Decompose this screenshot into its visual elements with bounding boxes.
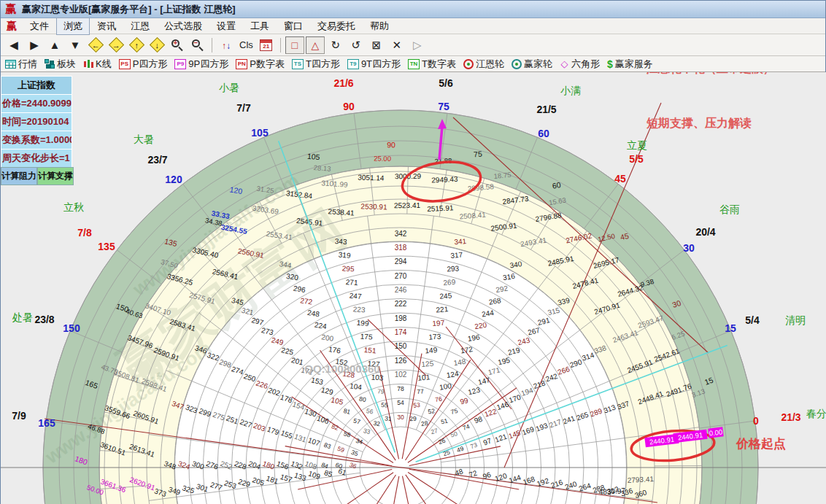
menu-item-窗口[interactable]: 窗口 (277, 18, 310, 35)
tool-label: K线 (96, 58, 112, 71)
svg-text:79: 79 (377, 387, 385, 395)
menu-item-设置[interactable]: 设置 (209, 18, 243, 35)
calc-resistance-button[interactable]: 计算阻力 (1, 167, 37, 185)
svg-text:55: 55 (381, 401, 388, 409)
zoom-out-icon[interactable]: − (188, 36, 207, 54)
svg-text:245: 245 (439, 292, 452, 301)
svg-text:175: 175 (360, 332, 373, 341)
svg-text:197: 197 (432, 319, 445, 327)
tool-label: 六角形 (571, 58, 600, 71)
svg-text:2515.91: 2515.91 (427, 203, 454, 213)
svg-text:341: 341 (454, 237, 467, 246)
svg-text:5/4: 5/4 (745, 314, 760, 326)
tool-p-square[interactable]: PSP四方形 (119, 58, 168, 71)
app-logo-icon: 赢 (5, 2, 16, 16)
tool-quotes[interactable]: 行情 (5, 58, 37, 71)
svg-text:173: 173 (428, 332, 441, 341)
menu-item-帮助[interactable]: 帮助 (363, 18, 396, 35)
calc-support-button[interactable]: 计算支撑 (37, 167, 74, 185)
triangle-tool-icon[interactable]: △ (306, 36, 325, 54)
svg-text:221: 221 (436, 305, 449, 314)
nav-right-icon[interactable]: ▶ (25, 36, 44, 54)
svg-text:53: 53 (413, 401, 420, 409)
square-tool-icon[interactable]: □ (285, 36, 304, 54)
tool-p-number-table[interactable]: PNP数字表 (236, 58, 285, 71)
svg-text:105: 105 (307, 152, 321, 161)
menu-item-工具[interactable]: 工具 (243, 18, 277, 35)
svg-text:3051.14: 3051.14 (358, 174, 385, 182)
svg-text:20/4: 20/4 (695, 226, 715, 238)
panel-buttons: 计算阻力计算支撑 (1, 167, 72, 185)
svg-text:318: 318 (395, 244, 407, 252)
menu-item-江恩[interactable]: 江恩 (123, 18, 157, 35)
svg-text:246: 246 (395, 286, 407, 294)
pan-left-icon[interactable]: ← (86, 36, 105, 54)
svg-text:90: 90 (387, 140, 395, 149)
pan-up-icon[interactable]: ↑ (127, 36, 146, 54)
box-x-icon[interactable]: ⊠ (367, 36, 386, 54)
nav-up-icon[interactable]: ▲ (45, 36, 64, 54)
p-square-badge-icon: PS (119, 59, 131, 69)
tool-sectors[interactable]: 板块 (45, 58, 76, 71)
svg-text:23/7: 23/7 (147, 154, 167, 166)
tool-hexagon[interactable]: ◇六角形 (560, 58, 600, 71)
svg-text:28: 28 (420, 419, 428, 427)
tool-kline[interactable]: K线 (83, 58, 112, 71)
menu-item-资讯[interactable]: 资讯 (90, 18, 123, 35)
svg-text:立秋: 立秋 (63, 201, 84, 213)
svg-text:31: 31 (385, 415, 392, 423)
rotate-cw-icon[interactable]: ↻ (326, 36, 345, 54)
svg-text:立夏: 立夏 (627, 139, 647, 151)
menu-item-浏览[interactable]: 浏览 (56, 18, 90, 35)
svg-text:23/8: 23/8 (34, 314, 54, 325)
pointer-tool-icon[interactable]: ▷ (408, 36, 427, 54)
tool-t-square[interactable]: TST四方形 (292, 58, 340, 71)
svg-text:大暑: 大暑 (134, 133, 154, 145)
tool-t-number-table[interactable]: TNT数字表 (408, 58, 456, 71)
svg-text:223: 223 (352, 305, 366, 314)
svg-text:135: 135 (98, 241, 115, 252)
tool-label: P数字表 (250, 58, 285, 71)
cross-arrows-icon[interactable]: ✕ (387, 36, 406, 54)
tool-gann-wheel[interactable]: 江恩轮 (463, 58, 504, 71)
nav-down-icon[interactable]: ▼ (66, 36, 85, 54)
menu-item-公式选股[interactable]: 公式选股 (157, 18, 209, 35)
pan-down-icon[interactable]: ↓ (147, 36, 166, 54)
pan-right-icon[interactable]: → (107, 36, 126, 54)
tool-9t-square[interactable]: T99T四方形 (347, 58, 401, 71)
menu-item-文件[interactable]: 文件 (23, 18, 56, 35)
tool-winner-wheel[interactable]: 赢家轮 (512, 58, 552, 71)
svg-text:56: 56 (366, 407, 374, 415)
svg-text:2523.41: 2523.41 (394, 201, 421, 209)
svg-text:春分: 春分 (806, 408, 826, 419)
menu-item-交易委托[interactable]: 交易委托 (310, 18, 363, 35)
tool-9p-square[interactable]: P99P四方形 (174, 58, 228, 71)
tool-label: 行情 (18, 58, 37, 71)
svg-text:247: 247 (349, 292, 362, 301)
tool-label: 板块 (57, 58, 76, 71)
rotate-ccw-icon[interactable]: ↺ (347, 36, 366, 54)
panel-row: 价格=2440.9099 (1, 94, 72, 112)
svg-text:295: 295 (341, 264, 355, 273)
svg-text:198: 198 (395, 314, 407, 322)
svg-text:4830.97: 4830.97 (598, 486, 625, 496)
svg-text:270: 270 (395, 272, 407, 280)
svg-text:271: 271 (345, 278, 358, 287)
table-icon (5, 60, 16, 69)
zoom-in-icon[interactable]: + (168, 36, 187, 54)
t-square-badge-icon: TS (292, 59, 304, 69)
svg-text:清明: 清明 (785, 314, 806, 326)
svg-text:54: 54 (397, 399, 404, 406)
nav-left-icon[interactable]: ◀ (4, 36, 23, 54)
tool-winner-service[interactable]: $赢家服务 (607, 58, 653, 71)
updown-marker-icon[interactable]: ↑↓ (217, 36, 236, 54)
svg-text:处暑: 处暑 (12, 311, 33, 323)
toolbar-separator (280, 38, 281, 53)
svg-text:151: 151 (363, 346, 377, 354)
svg-text:120: 120 (165, 174, 182, 185)
tool-label: T四方形 (306, 58, 340, 71)
calendar-icon[interactable]: 21 (257, 36, 276, 54)
tool-label: 江恩轮 (476, 58, 504, 71)
svg-text:5/5: 5/5 (629, 153, 644, 165)
cls-button-icon[interactable]: Cls (237, 36, 255, 54)
